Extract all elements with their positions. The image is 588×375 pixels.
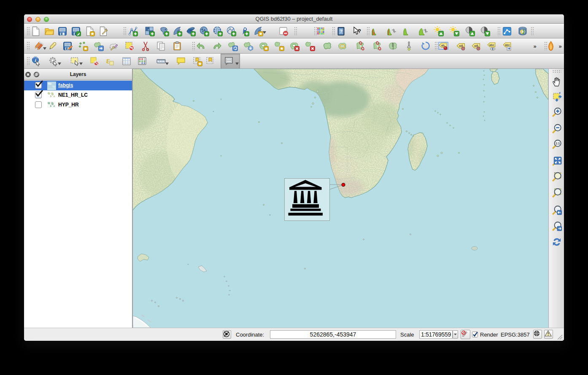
svg-text:ab: ab <box>441 44 445 47</box>
svg-text:abc: abc <box>489 43 494 46</box>
svg-text:»: » <box>558 43 561 49</box>
svg-text:»: » <box>533 43 536 49</box>
svg-text:?: ? <box>358 28 361 34</box>
svg-text:?: ? <box>340 29 343 34</box>
svg-text:abc: abc <box>505 43 510 46</box>
svg-text:1:1: 1:1 <box>556 142 560 145</box>
svg-text:ε: ε <box>106 56 110 65</box>
